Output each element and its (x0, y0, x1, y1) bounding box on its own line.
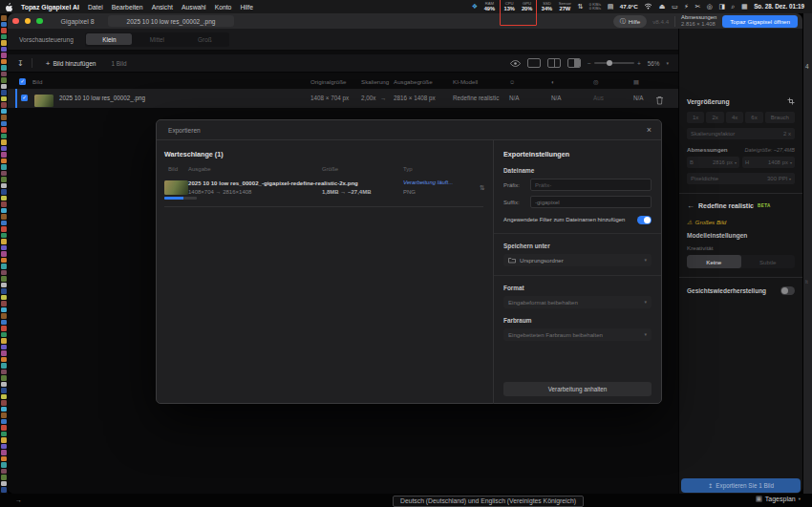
fullscreen-window-button[interactable] (36, 18, 43, 25)
menu-datei[interactable]: Datei (88, 4, 103, 11)
dock-app-icon[interactable] (1, 295, 7, 301)
tagesplan-widget[interactable]: ▦ Tagesplan ▾ (756, 496, 801, 502)
scale-2x-button[interactable]: 2x (706, 112, 723, 123)
dock-app-icon[interactable] (1, 432, 7, 437)
dock-app-icon[interactable] (1, 350, 7, 356)
back-arrow-icon[interactable]: ← (687, 201, 694, 210)
dock-app-icon[interactable] (1, 338, 7, 344)
dock-app-icon[interactable] (1, 34, 7, 40)
creativity-subtle[interactable]: Subtle (741, 255, 796, 268)
zoom-chevron-icon[interactable]: ▾ (666, 60, 669, 66)
dock-app-icon[interactable] (1, 283, 7, 288)
help-button[interactable]: ⓘ Hilfe (613, 15, 648, 28)
disk-activity-icon[interactable]: ▤ (608, 3, 614, 10)
dock-app-icon[interactable] (1, 388, 7, 393)
dock-app-icon[interactable] (1, 407, 7, 412)
dock-app-icon[interactable] (1, 28, 7, 33)
append-filter-toggle[interactable] (637, 216, 652, 224)
dock-app-icon[interactable] (1, 208, 7, 214)
pixel-density-field[interactable]: Pixeldichte 300 PPI ▾ (687, 173, 795, 184)
single-view-icon[interactable] (527, 58, 541, 68)
row-checkbox[interactable]: ✓ (21, 95, 28, 101)
width-field[interactable]: B 2816 px ▾ (687, 157, 739, 168)
dock-app-icon[interactable] (1, 40, 7, 46)
dock-app-icon[interactable] (1, 214, 7, 220)
dock-app-icon[interactable] (1, 115, 7, 120)
dock-app-icon[interactable] (1, 456, 7, 462)
dock-app-icon[interactable] (1, 177, 7, 182)
wifi-icon[interactable] (644, 3, 652, 10)
dock-app-icon[interactable] (1, 437, 7, 443)
zoom-slider-track[interactable] (594, 62, 634, 64)
dock-app-icon[interactable] (1, 134, 7, 139)
scissors-icon[interactable]: ✂ (694, 3, 700, 10)
scale-4x-button[interactable]: 4x (726, 112, 743, 123)
ram-usage-stat[interactable]: RAM 49% (484, 2, 495, 11)
stop-processing-button[interactable]: Verarbeitung anhalten (503, 382, 652, 396)
dock-app-icon[interactable] (1, 326, 7, 331)
dock-app-icon[interactable] (1, 251, 7, 257)
dock-app-icon[interactable] (1, 382, 7, 388)
apple-menu-icon[interactable] (6, 3, 12, 11)
dock-app-icon[interactable] (1, 450, 7, 455)
dock-app-icon[interactable] (1, 357, 7, 363)
ssd-usage-stat[interactable]: SSD 34% (542, 2, 552, 11)
dock-app-icon[interactable] (1, 15, 7, 21)
zoom-out-icon[interactable]: − (588, 60, 591, 67)
power-stat[interactable]: Sensor 27W (559, 2, 571, 11)
minimize-window-button[interactable] (25, 18, 32, 25)
dock-app-icon[interactable] (1, 164, 7, 170)
screen-record-icon[interactable]: ◎ (707, 3, 713, 10)
dock-app-icon[interactable] (1, 462, 7, 468)
butterfly-app-icon[interactable]: ❖ (472, 3, 478, 11)
import-icon[interactable]: ↧ (17, 59, 24, 68)
height-field[interactable]: H 1408 px ▾ (742, 157, 795, 168)
input-language-indicator[interactable]: Deutsch (Deutschland) und Englisch (Vere… (393, 496, 584, 507)
dock-app-icon[interactable] (1, 288, 7, 294)
network-speed-stat[interactable]: 0 KB/s 0 KB/s (589, 3, 601, 11)
add-image-button[interactable]: + Bild hinzufügen (40, 58, 102, 69)
dialog-close-button[interactable]: × (647, 126, 652, 135)
dock-app-icon[interactable] (1, 363, 7, 369)
open-topaz-gigapixel-button[interactable]: Topaz Gigapixel öffnen (722, 15, 798, 28)
queue-item-row[interactable]: 2025 10 10 low res_00002_-gigapixel-rede… (164, 178, 483, 207)
dock-app-icon[interactable] (1, 345, 7, 350)
dock-app-icon[interactable] (1, 102, 7, 108)
dock-app-icon[interactable] (1, 444, 7, 450)
preview-size-mittel[interactable]: Mittel (134, 33, 180, 45)
dock-app-icon[interactable] (1, 171, 7, 177)
display-icon[interactable]: ▭ (672, 3, 678, 10)
dock-app-icon[interactable] (1, 400, 7, 406)
delete-image-button[interactable] (655, 94, 664, 108)
menu-app-name[interactable]: Topaz Gigapixel AI (21, 4, 79, 11)
dock-app-icon[interactable] (1, 475, 7, 480)
dock-app-icon[interactable] (1, 109, 7, 115)
prefix-input[interactable] (530, 179, 652, 191)
density-chevron-icon[interactable]: ▾ (789, 177, 791, 181)
eject-icon[interactable]: ⏏ (659, 3, 666, 10)
dock-app-icon[interactable] (1, 419, 7, 425)
menu-bearbeiten[interactable]: Bearbeiten (112, 4, 143, 11)
preview-size-gross[interactable]: Groß (182, 33, 227, 45)
side-by-side-view-icon[interactable] (567, 58, 581, 68)
save-to-dropdown[interactable]: Ursprungsordner ▾ (503, 254, 652, 266)
dock-app-icon[interactable] (1, 121, 7, 127)
dock-app-icon[interactable] (1, 375, 7, 381)
format-dropdown[interactable]: Eingabeformat beibehalten ▾ (503, 296, 652, 308)
dock-app-icon[interactable] (1, 72, 7, 77)
menu-bar-clock[interactable]: So. 28. Dez. 01:19 (754, 3, 804, 10)
scale-factor-field[interactable]: Skalierungsfaktor 2 x (687, 128, 795, 139)
dock-app-icon[interactable] (1, 313, 7, 319)
dock-app-icon[interactable] (1, 412, 7, 418)
export-images-button[interactable]: ↥ Exportieren Sie 1 Bild (681, 478, 801, 493)
spotlight-search-icon[interactable]: ⌕ (732, 3, 736, 10)
face-restore-toggle[interactable] (780, 286, 795, 295)
dock-app-icon[interactable] (1, 53, 7, 58)
dock-app-icon[interactable] (1, 90, 7, 95)
cpu-usage-stat[interactable]: CPU 13% (504, 2, 515, 11)
dock-app-icon[interactable] (1, 139, 7, 145)
dock-app-icon[interactable] (1, 127, 7, 133)
suffix-input[interactable] (530, 196, 652, 208)
eye-icon[interactable] (510, 60, 521, 67)
scale-custom-button[interactable]: Brauch (765, 112, 795, 123)
